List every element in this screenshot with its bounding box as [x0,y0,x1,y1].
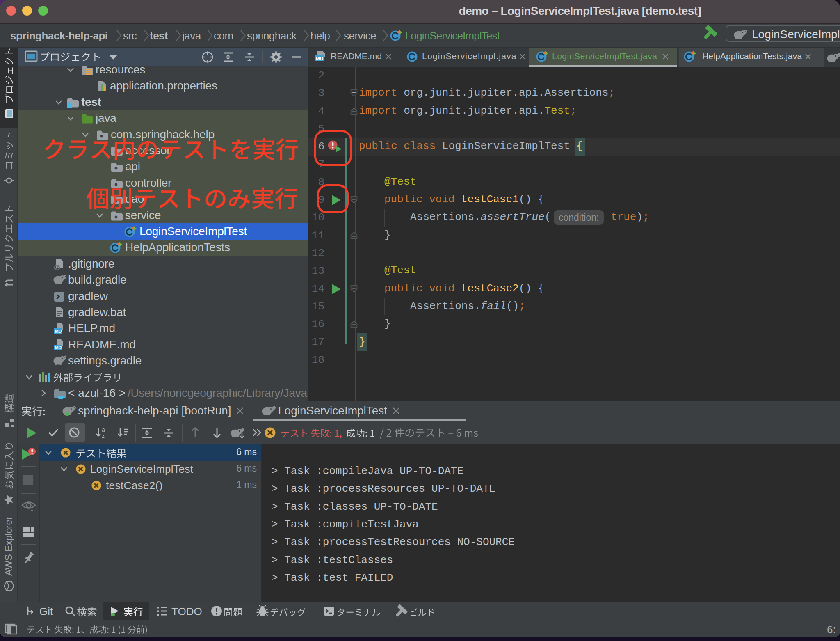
svg-text:MD: MD [55,329,62,334]
svg-text:a: a [102,427,105,433]
svg-text:MD: MD [316,56,324,62]
svg-text:z: z [102,433,105,438]
svg-text:MD: MD [55,345,62,350]
